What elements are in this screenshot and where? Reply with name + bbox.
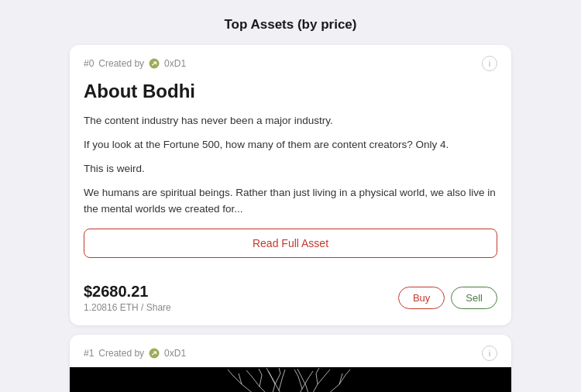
desc-para-1: If you look at the Fortune 500, how many…	[84, 137, 497, 153]
asset-card-1: #1 Created by 0xD1 i	[70, 335, 511, 392]
card-meta-1: #1 Created by 0xD1	[84, 348, 186, 359]
creator-icon-1	[149, 348, 160, 359]
sell-button-0[interactable]: Sell	[451, 287, 497, 309]
read-full-asset-button-0[interactable]: Read Full Asset	[84, 229, 497, 258]
asset-id-0: #0	[84, 58, 94, 69]
asset-title-0: About Bodhi	[84, 81, 497, 102]
card-body-0: About Bodhi The content industry has nev…	[70, 77, 511, 280]
card-header-0: #0 Created by 0xD1 i	[70, 45, 511, 77]
card-meta-0: #0 Created by 0xD1	[84, 58, 186, 69]
price-main-0: $2680.21	[84, 283, 171, 301]
creator-icon-0	[149, 58, 160, 69]
creator-address-1: 0xD1	[164, 348, 186, 359]
svg-rect-2	[70, 367, 511, 392]
created-by-label-1: Created by	[98, 348, 144, 359]
price-sub-0: 1.20816 ETH / Share	[84, 302, 171, 313]
action-buttons-0: Buy Sell	[398, 287, 497, 309]
cards-container: #0 Created by 0xD1 i About Bodhi The con…	[0, 45, 581, 392]
desc-para-2: This is weird.	[84, 161, 497, 177]
created-by-label-0: Created by	[98, 58, 144, 69]
card-header-1: #1 Created by 0xD1 i	[70, 335, 511, 367]
desc-para-0: The content industry has never been a ma…	[84, 113, 497, 129]
asset-description-0: The content industry has never been a ma…	[84, 113, 497, 218]
info-button-1[interactable]: i	[482, 346, 497, 361]
price-block-0: $2680.21 1.20816 ETH / Share	[84, 283, 171, 313]
card-image-1	[70, 367, 511, 392]
buy-button-0[interactable]: Buy	[398, 287, 445, 309]
asset-id-1: #1	[84, 348, 94, 359]
page-title: Top Assets (by price)	[0, 0, 581, 45]
info-button-0[interactable]: i	[482, 56, 497, 71]
desc-para-3: We humans are spiritual beings. Rather t…	[84, 185, 497, 218]
asset-card-0: #0 Created by 0xD1 i About Bodhi The con…	[70, 45, 511, 325]
card-footer-0: $2680.21 1.20816 ETH / Share Buy Sell	[70, 280, 511, 325]
creator-address-0: 0xD1	[164, 58, 186, 69]
